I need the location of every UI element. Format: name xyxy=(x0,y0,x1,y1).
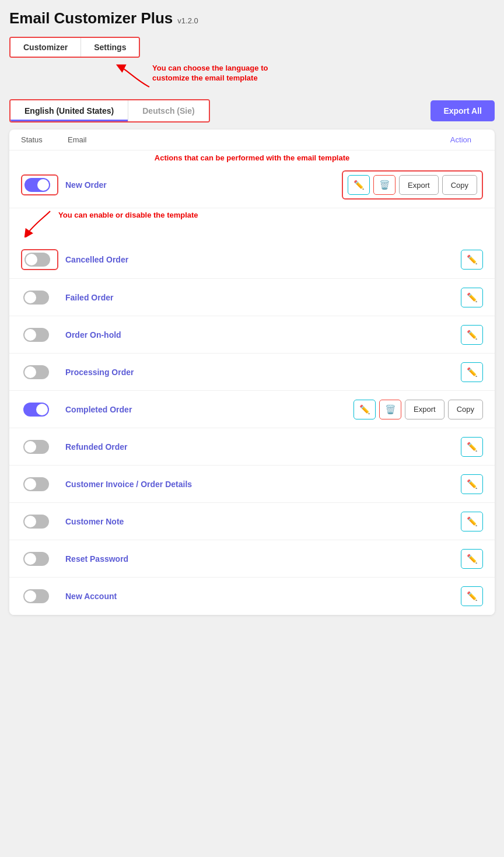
toggle-wrapper-cancelled-order xyxy=(21,249,58,270)
table-row: Failed Order ✏️ xyxy=(9,279,495,316)
edit-button-failed-order[interactable]: ✏️ xyxy=(461,288,483,307)
email-name-order-on-hold[interactable]: Order On-hold xyxy=(65,330,461,340)
action-annotation: Actions that can be performed with the e… xyxy=(155,153,349,162)
edit-button-new-account[interactable]: ✏️ xyxy=(461,586,483,606)
toggle-wrapper-customer-invoice xyxy=(21,475,58,494)
toggle-cancelled-order[interactable] xyxy=(24,253,50,267)
email-name-cancelled-order[interactable]: Cancelled Order xyxy=(65,255,461,264)
edit-button-order-on-hold[interactable]: ✏️ xyxy=(461,325,483,345)
table-row: Processing Order ✏️ xyxy=(9,354,495,391)
app-header: Email Customizer Plus v1.2.0 xyxy=(9,9,495,27)
tab-customizer[interactable]: Customizer xyxy=(10,38,80,57)
app-version: v1.2.0 xyxy=(177,16,198,25)
table-row: Order On-hold ✏️ xyxy=(9,316,495,354)
email-name-refunded-order[interactable]: Refunded Order xyxy=(65,442,461,452)
action-cell-order-on-hold: ✏️ xyxy=(461,325,483,345)
pencil-icon: ✏️ xyxy=(359,404,370,415)
pencil-icon: ✏️ xyxy=(467,254,478,265)
toggle-wrapper-new-account xyxy=(21,587,58,606)
email-name-reset-password[interactable]: Reset Password xyxy=(65,554,461,564)
email-name-customer-note[interactable]: Customer Note xyxy=(65,517,461,526)
toggle-new-account[interactable] xyxy=(23,589,49,603)
action-cell-customer-note: ✏️ xyxy=(461,512,483,531)
pencil-icon: ✏️ xyxy=(467,479,478,489)
action-cell-failed-order: ✏️ xyxy=(461,288,483,307)
action-cell-refunded-order: ✏️ xyxy=(461,437,483,457)
action-cell-processing-order: ✏️ xyxy=(461,362,483,382)
lang-export-row: English (United States) Deutsch (Sie) Ex… xyxy=(9,99,495,123)
toggle-customer-invoice[interactable] xyxy=(23,477,49,491)
toggle-reset-password[interactable] xyxy=(23,552,49,566)
pencil-icon: ✏️ xyxy=(354,180,365,190)
action-cell-cancelled-order: ✏️ xyxy=(461,250,483,270)
app-title: Email Customizer Plus xyxy=(9,9,173,27)
table-row: Completed Order ✏️ 🗑️ Export Copy xyxy=(9,391,495,428)
edit-button-customer-note[interactable]: ✏️ xyxy=(461,512,483,531)
email-name-failed-order[interactable]: Failed Order xyxy=(65,293,461,302)
delete-button-completed-order[interactable]: 🗑️ xyxy=(379,400,401,419)
email-table: Status Email Action Actions that can be … xyxy=(9,130,495,615)
edit-button-reset-password[interactable]: ✏️ xyxy=(461,549,483,569)
lang-tab-deutsch[interactable]: Deutsch (Sie) xyxy=(128,100,208,121)
email-name-new-order[interactable]: New Order xyxy=(65,180,342,190)
toggle-failed-order[interactable] xyxy=(23,291,49,305)
toggle-wrapper-processing-order xyxy=(21,363,58,382)
export-button-new-order[interactable]: Export xyxy=(399,175,439,195)
action-cell-customer-invoice: ✏️ xyxy=(461,474,483,494)
action-cell-reset-password: ✏️ xyxy=(461,549,483,569)
table-row: Cancelled Order ✏️ xyxy=(9,241,495,279)
toggle-annotation: You can enable or disable the template xyxy=(58,211,198,221)
action-cell-completed-order: ✏️ 🗑️ Export Copy xyxy=(354,400,483,419)
email-name-customer-invoice[interactable]: Customer Invoice / Order Details xyxy=(65,480,461,489)
toggle-customer-note[interactable] xyxy=(23,515,49,529)
table-row: Refunded Order ✏️ xyxy=(9,428,495,466)
header-email: Email xyxy=(68,135,450,144)
edit-button-customer-invoice[interactable]: ✏️ xyxy=(461,474,483,494)
delete-button-new-order[interactable]: 🗑️ xyxy=(373,175,396,195)
email-name-completed-order[interactable]: Completed Order xyxy=(65,405,354,414)
toggle-wrapper-reset-password xyxy=(21,550,58,568)
edit-button-cancelled-order[interactable]: ✏️ xyxy=(461,250,483,270)
email-name-processing-order[interactable]: Processing Order xyxy=(65,368,461,377)
edit-button-new-order[interactable]: ✏️ xyxy=(348,175,370,195)
toggle-refunded-order[interactable] xyxy=(23,440,49,454)
edit-button-processing-order[interactable]: ✏️ xyxy=(461,362,483,382)
trash-icon: 🗑️ xyxy=(379,180,390,190)
export-button-completed-order[interactable]: Export xyxy=(405,400,444,419)
toggle-wrapper-order-on-hold xyxy=(21,326,58,344)
export-all-button[interactable]: Export All xyxy=(430,100,495,121)
table-row: New Account ✏️ xyxy=(9,578,495,615)
edit-button-refunded-order[interactable]: ✏️ xyxy=(461,437,483,457)
table-row: New Order ✏️ 🗑️ Export Copy xyxy=(9,162,495,208)
toggle-wrapper-completed-order xyxy=(21,400,58,419)
lang-tab-bar: English (United States) Deutsch (Sie) xyxy=(9,99,210,123)
table-row: Reset Password ✏️ xyxy=(9,540,495,578)
toggle-wrapper-new-order xyxy=(21,174,58,195)
pencil-icon: ✏️ xyxy=(467,442,478,452)
copy-button-completed-order[interactable]: Copy xyxy=(448,400,483,419)
toggle-wrapper-failed-order xyxy=(21,288,58,307)
lang-annotation: You can choose the language to customize… xyxy=(152,64,281,83)
table-header: Status Email Action xyxy=(9,130,495,151)
toggle-wrapper-customer-note xyxy=(21,512,58,531)
pencil-icon: ✏️ xyxy=(467,292,478,303)
action-cell-new-account: ✏️ xyxy=(461,586,483,606)
tab-settings[interactable]: Settings xyxy=(80,38,139,57)
edit-button-completed-order[interactable]: ✏️ xyxy=(354,400,376,419)
table-row: Customer Invoice / Order Details ✏️ xyxy=(9,466,495,503)
email-name-new-account[interactable]: New Account xyxy=(65,592,461,601)
toggle-wrapper-refunded-order xyxy=(21,438,58,456)
top-nav-tabs: Customizer Settings xyxy=(9,37,140,58)
toggle-hint-arrow xyxy=(21,208,56,237)
pencil-icon: ✏️ xyxy=(467,591,478,601)
toggle-processing-order[interactable] xyxy=(23,365,49,379)
lang-tab-english[interactable]: English (United States) xyxy=(10,100,128,121)
toggle-order-on-hold[interactable] xyxy=(23,328,49,342)
trash-icon: 🗑️ xyxy=(385,404,396,415)
toggle-completed-order[interactable] xyxy=(23,403,49,417)
toggle-new-order[interactable] xyxy=(24,178,50,192)
header-action: Action xyxy=(450,135,483,144)
pencil-icon: ✏️ xyxy=(467,516,478,527)
pencil-icon: ✏️ xyxy=(467,330,478,340)
copy-button-new-order[interactable]: Copy xyxy=(442,175,477,195)
